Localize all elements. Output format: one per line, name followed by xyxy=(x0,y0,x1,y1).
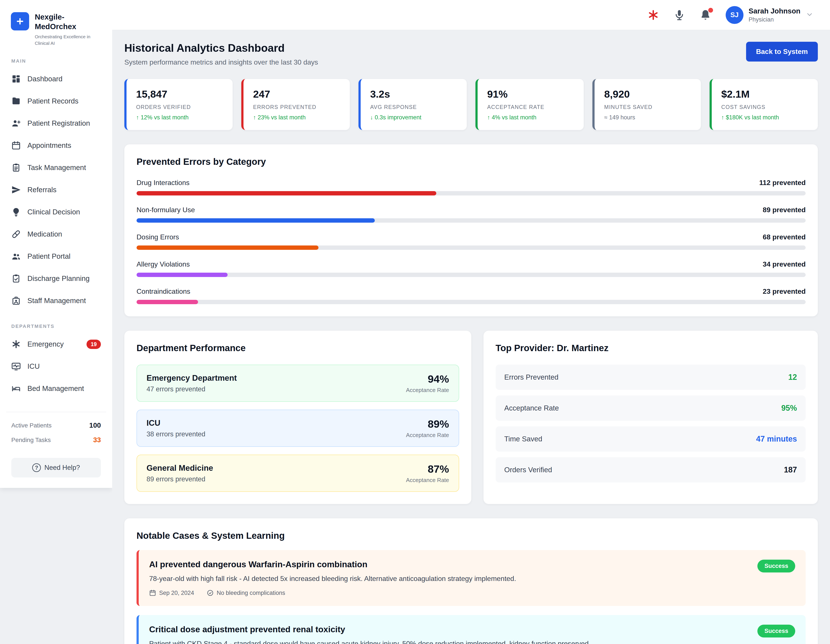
dept-general-medicine: General Medicine 89 errors prevented 87%… xyxy=(136,455,459,492)
notifications-button[interactable] xyxy=(700,9,711,21)
notification-dot xyxy=(708,8,713,13)
notable-cases-title: Notable Cases & System Learning xyxy=(136,530,806,541)
chevron-down-icon xyxy=(806,11,814,19)
case-renal-toxicity: Critical dose adjustment prevented renal… xyxy=(136,615,806,644)
bar-row: Dosing Errors68 prevented xyxy=(136,233,806,250)
provider-metric-errors-prevented: Errors Prevented 12 xyxy=(496,365,806,390)
bar-chart: Drug Interactions112 prevented Non-formu… xyxy=(136,179,806,304)
dashboard-icon xyxy=(11,74,21,84)
sidebar-nav-main: Dashboard Patient Records Patient Regist… xyxy=(6,68,106,312)
nav-section-main: MAIN xyxy=(6,58,106,64)
nav-section-departments: DEPARTMENTS xyxy=(6,324,106,329)
page-header: Historical Analytics Dashboard System pe… xyxy=(124,42,818,66)
kpi-cards-row: 15,847 ORDERS VERIFIED ↑ 12% vs last mon… xyxy=(124,79,818,130)
bar-fill xyxy=(136,273,228,277)
clipboard-check-icon xyxy=(11,274,21,283)
sidebar-item-task-management[interactable]: Task Management xyxy=(6,157,106,179)
sidebar-item-referrals[interactable]: Referrals xyxy=(6,179,106,201)
app-logo: Nexgile- MedOrchex Orchestrating Excelle… xyxy=(6,12,106,46)
people-icon xyxy=(11,252,21,261)
bar-track xyxy=(136,273,806,277)
avatar: SJ xyxy=(725,6,743,24)
voice-input-button[interactable] xyxy=(673,9,685,21)
kpi-orders-verified: 15,847 ORDERS VERIFIED ↑ 12% vs last mon… xyxy=(124,79,233,130)
microphone-icon xyxy=(673,9,685,21)
bar-row: Allergy Violations34 prevented xyxy=(136,260,806,277)
sidebar-item-appointments[interactable]: Appointments xyxy=(6,134,106,157)
sidebar-item-clinical-decision[interactable]: Clinical Decision xyxy=(6,201,106,223)
kpi-errors-prevented: 247 ERRORS PREVENTED ↑ 23% vs last month xyxy=(241,79,350,130)
sidebar-item-discharge-planning[interactable]: Discharge Planning xyxy=(6,267,106,290)
sidebar-footer-stats: Active Patients 100 Pending Tasks 33 xyxy=(6,412,106,452)
sidebar-item-bed-management[interactable]: Bed Management xyxy=(6,378,106,400)
user-role: Physician xyxy=(749,16,800,23)
sidebar-item-emergency[interactable]: Emergency 19 xyxy=(6,333,106,355)
user-name: Sarah Johnson xyxy=(749,7,800,15)
bar-row: Contraindications23 prevented xyxy=(136,287,806,304)
topbar: SJ Sarah Johnson Physician xyxy=(112,0,830,30)
top-provider-card: Top Provider: Dr. Martinez Errors Preven… xyxy=(483,331,818,504)
sidebar-item-staff-management[interactable]: Staff Management xyxy=(6,290,106,312)
kpi-avg-response: 3.2s AVG RESPONSE ↓ 0.3s improvement xyxy=(358,79,467,130)
person-add-icon xyxy=(11,119,21,128)
logo-text: Nexgile- MedOrchex Orchestrating Excelle… xyxy=(35,12,100,46)
app-title: Nexgile- MedOrchex xyxy=(35,12,100,31)
active-patients-stat: Active Patients 100 xyxy=(11,421,101,430)
medication-icon xyxy=(11,229,21,239)
provider-metric-orders-verified: Orders Verified 187 xyxy=(496,457,806,482)
bar-row: Non-formulary Use89 prevented xyxy=(136,206,806,223)
user-menu[interactable]: SJ Sarah Johnson Physician xyxy=(725,6,814,24)
case-outcome: No bleeding complications xyxy=(207,589,285,596)
sidebar-item-patient-records[interactable]: Patient Records xyxy=(6,90,106,112)
dept-icu: ICU 38 errors prevented 89% Acceptance R… xyxy=(136,409,459,447)
send-icon xyxy=(11,185,21,195)
app-tagline: Orchestrating Excellence in Clinical AI xyxy=(35,33,100,47)
bed-icon xyxy=(11,384,21,393)
sidebar-item-icu[interactable]: ICU xyxy=(6,355,106,378)
chart-title: Prevented Errors by Category xyxy=(136,157,806,167)
kpi-minutes-saved: 8,920 MINUTES SAVED ≈ 149 hours xyxy=(592,79,701,130)
provider-metric-acceptance-rate: Acceptance Rate 95% xyxy=(496,395,806,421)
dept-emergency-department: Emergency Department 47 errors prevented… xyxy=(136,365,459,402)
department-performance-card: Department Performance Emergency Departm… xyxy=(124,331,471,504)
calendar-icon xyxy=(149,589,156,596)
status-badge: Success xyxy=(757,625,795,638)
lightbulb-icon xyxy=(11,207,21,217)
need-help-button[interactable]: ? Need Help? xyxy=(11,458,101,477)
case-warfarin-aspirin: AI prevented dangerous Warfarin-Aspirin … xyxy=(136,550,806,606)
sidebar-item-patient-portal[interactable]: Patient Portal xyxy=(6,245,106,267)
bar-track xyxy=(136,246,806,250)
page-subtitle: System performance metrics and insights … xyxy=(124,58,318,66)
notable-cases-card: Notable Cases & System Learning AI preve… xyxy=(124,518,818,644)
main-column: SJ Sarah Johnson Physician Historical An… xyxy=(112,0,830,644)
emergency-alert-button[interactable] xyxy=(647,9,659,21)
help-icon: ? xyxy=(32,463,41,472)
monitor-icon xyxy=(11,362,21,371)
bar-track xyxy=(136,218,806,223)
status-badge: Success xyxy=(757,560,795,573)
bar-fill xyxy=(136,218,375,223)
emergency-icon xyxy=(647,9,659,21)
folder-icon xyxy=(11,96,21,106)
page-title: Historical Analytics Dashboard xyxy=(124,42,318,54)
sidebar-item-medication[interactable]: Medication xyxy=(6,223,106,245)
case-date: Sep 20, 2024 xyxy=(149,589,194,596)
logo-icon xyxy=(11,12,29,30)
bar-row: Drug Interactions112 prevented xyxy=(136,179,806,195)
emergency-icon xyxy=(11,339,21,349)
top-provider-title: Top Provider: Dr. Martinez xyxy=(496,343,806,353)
kpi-acceptance-rate: 91% ACCEPTANCE RATE ↑ 4% vs last month xyxy=(475,79,584,130)
bar-fill xyxy=(136,300,198,304)
department-performance-title: Department Performance xyxy=(136,343,459,353)
sidebar-nav-departments: Emergency 19 ICU Bed Management xyxy=(6,333,106,400)
sidebar: Nexgile- MedOrchex Orchestrating Excelle… xyxy=(0,0,112,488)
middle-row: Department Performance Emergency Departm… xyxy=(124,331,818,504)
back-to-system-button[interactable]: Back to System xyxy=(746,42,818,62)
bar-track xyxy=(136,300,806,304)
sidebar-item-dashboard[interactable]: Dashboard xyxy=(6,68,106,90)
sidebar-item-patient-registration[interactable]: Patient Registration xyxy=(6,112,106,134)
user-info: Sarah Johnson Physician xyxy=(749,7,800,23)
app-root: Nexgile- MedOrchex Orchestrating Excelle… xyxy=(0,0,830,644)
kpi-cost-savings: $2.1M COST SAVINGS ↑ $180K vs last month xyxy=(710,79,818,130)
bar-fill xyxy=(136,191,436,195)
